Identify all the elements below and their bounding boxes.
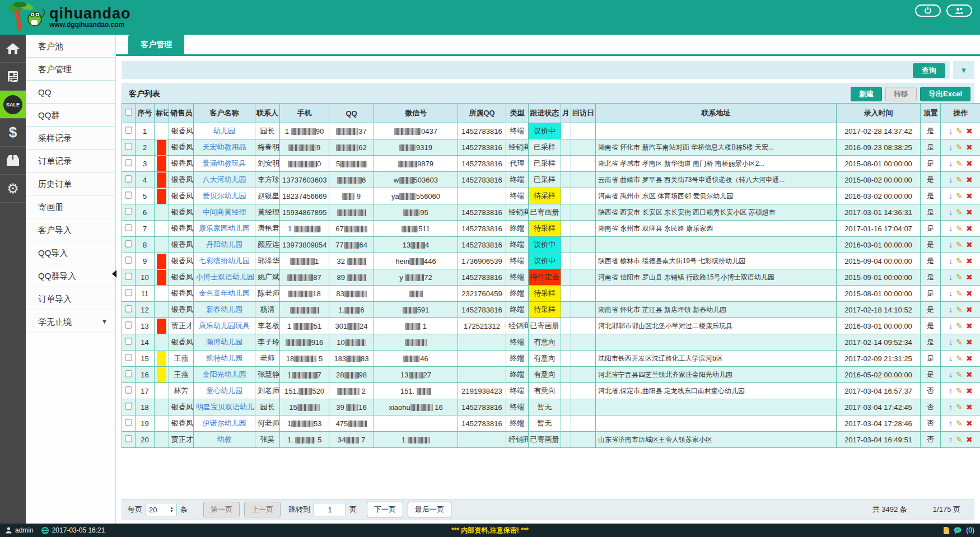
unpin-icon[interactable]: ↓ (949, 240, 953, 249)
delete-icon[interactable]: ✖ (966, 256, 973, 265)
row-checkbox[interactable] (125, 143, 132, 150)
unpin-icon[interactable]: ↓ (949, 208, 953, 217)
delete-icon[interactable]: ✖ (966, 240, 973, 249)
notepad-icon[interactable] (943, 527, 949, 534)
sidebar-item-8[interactable]: 寄画册 (26, 195, 115, 218)
edit-icon[interactable]: ✎ (956, 175, 963, 184)
pin-icon[interactable]: ↑ (949, 435, 953, 444)
delete-icon[interactable]: ✖ (966, 305, 973, 314)
unpin-icon[interactable]: ↓ (949, 321, 953, 330)
customer-name-link[interactable]: 瀚博幼儿园 (206, 338, 242, 346)
unpin-icon[interactable]: ↓ (949, 289, 953, 298)
sidebar-item-6[interactable]: 订单记录 (26, 150, 115, 172)
row-checkbox[interactable] (125, 338, 132, 344)
sidebar-item-5[interactable]: 采样记录 (26, 127, 115, 150)
customer-name-link[interactable]: 丹阳幼儿园 (206, 240, 242, 249)
search-button[interactable]: 查询 (913, 63, 945, 78)
edit-icon[interactable]: ✎ (956, 159, 963, 168)
sidebar-item-10[interactable]: QQ导入 (26, 241, 115, 264)
rail-news-item[interactable] (0, 63, 26, 91)
delete-icon[interactable]: ✖ (966, 354, 973, 363)
unpin-icon[interactable]: ↓ (949, 143, 953, 152)
tab-customer-management[interactable]: 客户管理 (128, 35, 184, 54)
delete-icon[interactable]: ✖ (966, 338, 973, 347)
jump-page-input[interactable] (314, 503, 346, 516)
edit-icon[interactable]: ✎ (956, 208, 963, 217)
sidebar-item-9[interactable]: 客户导入 (26, 218, 115, 241)
row-checkbox[interactable] (125, 256, 132, 263)
delete-icon[interactable]: ✖ (966, 224, 973, 233)
rail-settings-item[interactable]: ⚙ (0, 175, 26, 203)
delete-icon[interactable]: ✖ (966, 159, 973, 168)
sidebar-item-4[interactable]: QQ群 (26, 104, 115, 127)
sidebar-item-12[interactable]: 订单导入 (26, 287, 115, 310)
delete-icon[interactable]: ✖ (966, 127, 973, 136)
logout-button[interactable] (915, 4, 941, 17)
row-checkbox[interactable] (125, 354, 132, 361)
unpin-icon[interactable]: ↓ (949, 159, 953, 168)
customer-name-link[interactable]: 景涵幼教玩具 (203, 159, 246, 167)
customer-name-link[interactable]: 幼教 (217, 435, 232, 443)
pin-icon[interactable]: ↑ (949, 403, 953, 412)
row-checkbox[interactable] (125, 289, 132, 296)
delete-icon[interactable]: ✖ (966, 289, 973, 298)
row-checkbox[interactable] (125, 273, 132, 279)
edit-icon[interactable]: ✎ (956, 321, 963, 330)
rail-finance-item[interactable]: $ (0, 119, 26, 147)
delete-icon[interactable]: ✖ (966, 403, 973, 412)
unpin-icon[interactable]: ↓ (949, 256, 953, 265)
row-checkbox[interactable] (125, 370, 132, 377)
edit-icon[interactable]: ✎ (956, 240, 963, 249)
sidebar-item-7[interactable]: 历史订单 (26, 172, 115, 195)
edit-icon[interactable]: ✎ (956, 354, 963, 363)
customer-name-link[interactable]: 金阳光幼儿园 (203, 370, 246, 379)
unpin-icon[interactable]: ↓ (949, 224, 953, 233)
edit-icon[interactable]: ✎ (956, 273, 963, 282)
sidebar-item-13[interactable]: 学无止境▼ (26, 310, 115, 333)
customer-name-link[interactable]: 天宏幼教用品 (203, 143, 246, 151)
delete-icon[interactable]: ✖ (966, 175, 973, 184)
edit-icon[interactable]: ✎ (956, 127, 963, 136)
customer-name-link[interactable]: 康乐幼儿园玩具 (199, 321, 250, 330)
filter-expand-button[interactable]: ▼ (953, 61, 974, 79)
rail-orders-item[interactable] (0, 147, 26, 175)
unpin-icon[interactable]: ↓ (949, 175, 953, 184)
delete-icon[interactable]: ✖ (966, 321, 973, 330)
per-page-stepper[interactable]: 20 ▲▼ (146, 503, 177, 516)
edit-icon[interactable]: ✎ (956, 224, 963, 233)
edit-icon[interactable]: ✎ (956, 143, 963, 152)
customer-name-link[interactable]: 幼儿园 (213, 127, 235, 135)
delete-icon[interactable]: ✖ (966, 192, 973, 200)
delete-icon[interactable]: ✖ (966, 419, 973, 428)
customer-name-link[interactable]: 新春幼儿园 (206, 305, 242, 314)
users-button[interactable] (946, 4, 972, 17)
edit-icon[interactable]: ✎ (956, 192, 963, 200)
sidebar-item-3[interactable]: QQ (26, 81, 115, 104)
row-checkbox[interactable] (125, 240, 132, 247)
customer-name-link[interactable]: 金色童年幼儿园 (199, 289, 250, 297)
last-page-button[interactable]: 最后一页 (408, 502, 451, 517)
create-button[interactable]: 新建 (851, 87, 882, 101)
row-checkbox[interactable] (125, 435, 132, 442)
edit-icon[interactable]: ✎ (956, 419, 963, 428)
delete-icon[interactable]: ✖ (966, 435, 973, 444)
pin-icon[interactable]: ↑ (949, 386, 953, 395)
edit-icon[interactable]: ✎ (956, 256, 963, 265)
customer-name-link[interactable]: 七彩缤纷幼儿园 (199, 256, 250, 265)
unpin-icon[interactable]: ↓ (949, 354, 953, 363)
customer-name-link[interactable]: 童心幼儿园 (206, 386, 242, 395)
rail-sale-item[interactable]: SALE (0, 91, 26, 119)
customer-name-link[interactable]: 八大河幼儿园 (203, 175, 246, 184)
row-checkbox[interactable] (125, 192, 132, 198)
transfer-button[interactable]: 转移 (885, 87, 917, 101)
customer-name-link[interactable]: 中间商黄经理 (203, 208, 246, 216)
unpin-icon[interactable]: ↓ (949, 338, 953, 347)
prev-page-button[interactable]: 上一页 (244, 502, 281, 517)
select-all-checkbox[interactable] (125, 109, 132, 115)
sidebar-item-11[interactable]: QQ群导入 (26, 264, 115, 287)
customer-name-link[interactable]: 小博士双语幼儿园 (196, 273, 254, 281)
unpin-icon[interactable]: ↓ (949, 127, 953, 136)
row-checkbox[interactable] (125, 159, 132, 166)
unpin-icon[interactable]: ↓ (949, 370, 953, 379)
sidebar-collapse-icon[interactable] (112, 270, 116, 278)
